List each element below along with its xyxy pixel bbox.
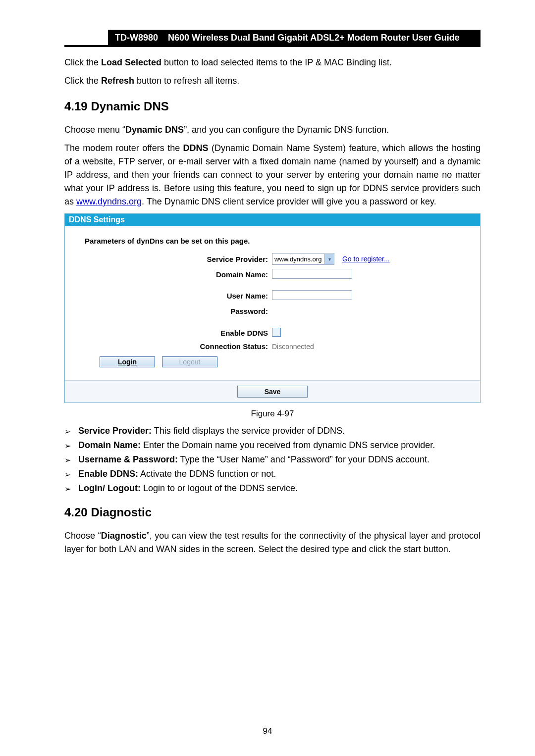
arrow-icon: ➢ [64, 483, 78, 494]
guide-title: N600 Wireless Dual Band Gigabit ADSL2+ M… [165, 30, 481, 46]
para-load: Click the Load Selected button to load s… [64, 56, 481, 69]
list-item: ➢Enable DDNS: Activate the DDNS function… [64, 469, 481, 479]
label-user-name: User Name: [85, 292, 272, 300]
domain-name-input[interactable] [272, 269, 352, 279]
section-419-title: 4.19 Dynamic DNS [64, 100, 481, 113]
list-item: ➢Login/ Logout: Login to or logout of th… [64, 483, 481, 494]
user-name-input[interactable] [272, 290, 352, 300]
ddns-panel-title: DDNS Settings [65, 214, 480, 226]
connection-status-value: Disconnected [272, 343, 474, 351]
ddns-panel-body: Parameters of dynDns can be set on this … [65, 226, 480, 374]
logout-button[interactable]: Logout [162, 356, 217, 367]
list-item: ➢Domain Name: Enter the Domain name you … [64, 440, 481, 451]
para-diagnostic: Choose “Diagnostic”, you can view the te… [64, 529, 481, 556]
label-connection-status: Connection Status: [85, 342, 272, 351]
para-ddns-desc: The modem router offers the DDNS (Dynami… [64, 142, 481, 208]
chevron-down-icon: ▾ [324, 254, 334, 264]
arrow-icon: ➢ [64, 440, 78, 451]
label-password: Password: [85, 307, 272, 315]
para-choose-ddns: Choose menu “Dynamic DNS”, and you can c… [64, 123, 481, 137]
section-420-title: 4.20 Diagnostic [64, 505, 481, 519]
header-rule: TD-W8980 N600 Wireless Dual Band Gigabit… [64, 30, 481, 47]
ddns-panel: DDNS Settings Parameters of dynDns can b… [64, 213, 481, 403]
login-button[interactable]: Login [100, 356, 155, 367]
arrow-icon: ➢ [64, 426, 78, 436]
list-item: ➢Username & Password: Type the “User Nam… [64, 454, 481, 465]
page-number: 94 [0, 726, 535, 736]
bullet-list: ➢Service Provider: This field displays t… [64, 426, 481, 494]
page: TD-W8980 N600 Wireless Dual Band Gigabit… [0, 0, 535, 756]
save-button[interactable]: Save [237, 386, 308, 398]
save-bar: Save [65, 380, 480, 403]
enable-ddns-checkbox[interactable] [272, 328, 281, 337]
service-provider-select[interactable]: www.dyndns.org ▾ [272, 253, 334, 265]
para-refresh: Click the Refresh button to refresh all … [64, 74, 481, 88]
dyndns-link[interactable]: www.dyndns.org [76, 197, 142, 206]
ddns-caption: Parameters of dynDns can be set on this … [85, 237, 474, 245]
label-enable-ddns: Enable DDNS [85, 329, 272, 337]
model-label: TD-W8980 [108, 30, 165, 46]
label-domain-name: Domain Name: [85, 270, 272, 279]
register-link[interactable]: Go to register... [342, 255, 390, 263]
label-service-provider: Service Provider: [85, 255, 272, 263]
list-item: ➢Service Provider: This field displays t… [64, 426, 481, 436]
arrow-icon: ➢ [64, 469, 78, 479]
figure-caption: Figure 4-97 [64, 409, 481, 419]
arrow-icon: ➢ [64, 454, 78, 465]
